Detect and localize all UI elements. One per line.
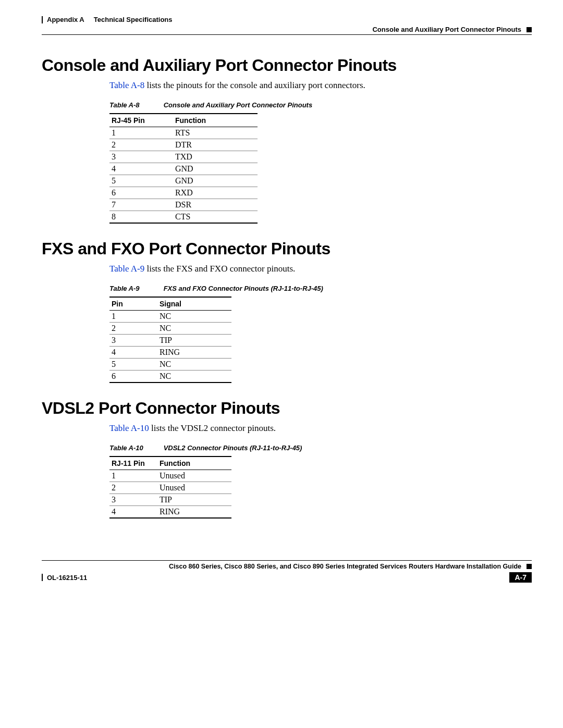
pin-cell: 1	[109, 311, 157, 323]
caption-number: Table A-8	[109, 101, 162, 109]
table-row: 6RXD	[109, 187, 258, 199]
caption-title: FXS and FXO Connector Pinouts (RJ-11-to-…	[164, 285, 323, 292]
page-footer: Cisco 860 Series, Cisco 880 Series, and …	[42, 560, 532, 583]
intro-text: lists the FXS and FXO connector pinouts.	[144, 264, 295, 274]
pin-cell: 3	[109, 151, 173, 163]
pin-cell: 3	[109, 335, 157, 347]
table-caption: Table A-8 Console and Auxiliary Port Con…	[109, 101, 532, 109]
header-breadcrumb: Appendix A Technical Specifications	[42, 16, 532, 23]
table-row: 2DTR	[109, 139, 258, 151]
value-cell: NC	[157, 371, 231, 383]
table-row: 4GND	[109, 163, 258, 175]
table-header-pin: Pin	[109, 297, 157, 311]
table-row: 1Unused	[109, 470, 231, 482]
pinout-table: RJ-11 Pin Function 1Unused2Unused3TIP4RI…	[109, 456, 231, 519]
table-row: 5GND	[109, 175, 258, 187]
value-cell: RING	[157, 347, 231, 359]
pin-cell: 8	[109, 211, 173, 224]
table-reference-link[interactable]: Table A-10	[109, 423, 149, 433]
table-row: 5NC	[109, 359, 231, 371]
caption-number: Table A-10	[109, 444, 162, 452]
appendix-label: Appendix A	[47, 16, 84, 23]
footer-meta-row: OL-16215-11 A-7	[42, 572, 532, 583]
value-cell: CTS	[173, 211, 258, 224]
pin-cell: 6	[109, 187, 173, 199]
table-header-pin: RJ-45 Pin	[109, 114, 173, 127]
table-row: 3TIP	[109, 494, 231, 506]
pin-cell: 4	[109, 347, 157, 359]
page-number: A-7	[509, 572, 532, 583]
footer-bar-icon	[42, 574, 43, 581]
table-row: 1RTS	[109, 127, 258, 139]
table-header-function: Function	[157, 456, 231, 470]
value-cell: NC	[157, 359, 231, 371]
section-intro: Table A-9 lists the FXS and FXO connecto…	[109, 264, 532, 274]
pinout-table: Pin Signal 1NC2NC3TIP4RING5NC6NC	[109, 297, 231, 383]
header-divider	[42, 34, 532, 35]
pin-cell: 3	[109, 494, 157, 506]
table-header-function: Function	[173, 114, 258, 127]
table-row: 1NC	[109, 311, 231, 323]
value-cell: NC	[157, 323, 231, 335]
value-cell: Unused	[157, 482, 231, 494]
value-cell: GND	[173, 175, 258, 187]
value-cell: TXD	[173, 151, 258, 163]
pin-cell: 4	[109, 163, 173, 175]
caption-title: VDSL2 Connector Pinouts (RJ-11-to-RJ-45)	[164, 444, 302, 452]
section-heading: FXS and FXO Port Connector Pinouts	[42, 239, 532, 258]
value-cell: RING	[157, 506, 231, 519]
pin-cell: 6	[109, 371, 157, 383]
table-header-signal: Signal	[157, 297, 231, 311]
document-page: Appendix A Technical Specifications Cons…	[0, 0, 563, 598]
value-cell: TIP	[157, 494, 231, 506]
table-row: 8CTS	[109, 211, 258, 224]
pin-cell: 2	[109, 139, 173, 151]
section-intro: Table A-8 lists the pinouts for the cons…	[109, 80, 532, 91]
pin-cell: 7	[109, 199, 173, 211]
table-row: 2NC	[109, 323, 231, 335]
table-row: 4RING	[109, 347, 231, 359]
pin-cell: 4	[109, 506, 157, 519]
header-section-row: Console and Auxiliary Port Connector Pin…	[42, 26, 532, 33]
pin-cell: 5	[109, 359, 157, 371]
value-cell: Unused	[157, 470, 231, 482]
guide-title: Cisco 860 Series, Cisco 880 Series, and …	[169, 563, 521, 570]
square-marker-icon	[527, 564, 532, 569]
table-row: 6NC	[109, 371, 231, 383]
footer-guide-row: Cisco 860 Series, Cisco 880 Series, and …	[42, 563, 532, 570]
page-header: Appendix A Technical Specifications Cons…	[42, 16, 532, 35]
value-cell: TIP	[157, 335, 231, 347]
footer-divider	[42, 560, 532, 561]
value-cell: DTR	[173, 139, 258, 151]
pin-cell: 5	[109, 175, 173, 187]
table-row: 3TIP	[109, 335, 231, 347]
table-reference-link[interactable]: Table A-9	[109, 264, 144, 274]
pin-cell: 1	[109, 470, 157, 482]
value-cell: RXD	[173, 187, 258, 199]
section-intro: Table A-10 lists the VDSL2 connector pin…	[109, 423, 532, 434]
caption-title: Console and Auxiliary Port Connector Pin…	[164, 101, 313, 109]
section-heading: Console and Auxiliary Port Connector Pin…	[42, 56, 532, 75]
table-caption: Table A-9 FXS and FXO Connector Pinouts …	[109, 285, 532, 292]
caption-number: Table A-9	[109, 285, 162, 292]
intro-text: lists the VDSL2 connector pinouts.	[149, 423, 276, 433]
value-cell: DSR	[173, 199, 258, 211]
pin-cell: 2	[109, 323, 157, 335]
intro-text: lists the pinouts for the console and au…	[144, 80, 365, 90]
header-bar-icon	[42, 16, 43, 23]
square-marker-icon	[527, 27, 532, 32]
chapter-title: Technical Specifications	[94, 16, 173, 23]
table-row: 2Unused	[109, 482, 231, 494]
table-caption: Table A-10 VDSL2 Connector Pinouts (RJ-1…	[109, 444, 532, 452]
value-cell: GND	[173, 163, 258, 175]
value-cell: NC	[157, 311, 231, 323]
doc-number: OL-16215-11	[47, 574, 87, 582]
table-row: 4RING	[109, 506, 231, 519]
table-row: 3TXD	[109, 151, 258, 163]
pin-cell: 2	[109, 482, 157, 494]
table-reference-link[interactable]: Table A-8	[109, 80, 144, 90]
doc-number-block: OL-16215-11	[42, 574, 87, 582]
header-section-label: Console and Auxiliary Port Connector Pin…	[372, 26, 521, 33]
pinout-table: RJ-45 Pin Function 1RTS2DTR3TXD4GND5GND6…	[109, 113, 258, 224]
table-row: 7DSR	[109, 199, 258, 211]
